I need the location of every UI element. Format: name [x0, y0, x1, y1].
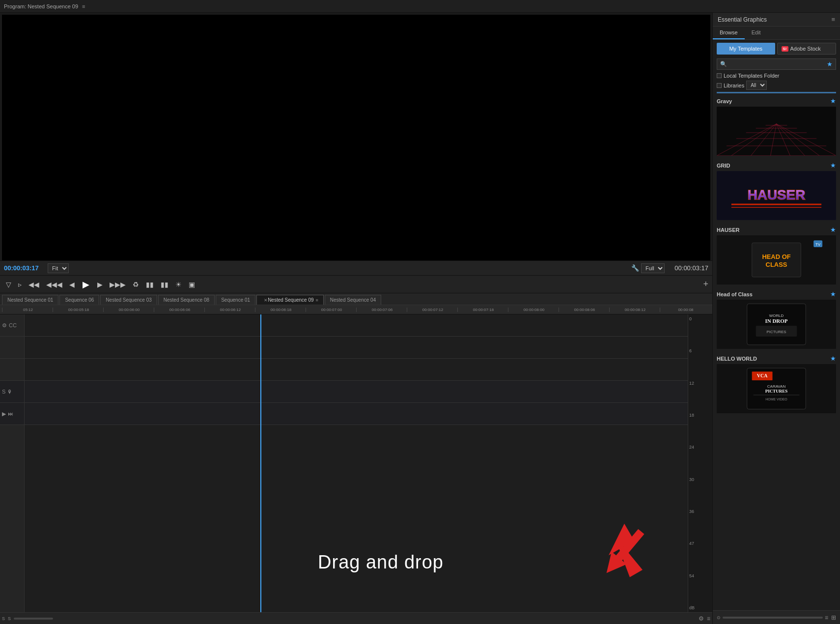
level-30: 30 [689, 477, 711, 482]
go-to-out-button[interactable]: ▶▶▶ [108, 280, 128, 289]
section-hauser-header: HAUSER ★ [717, 224, 836, 235]
ruler-tick: 00:00:08:06 [559, 308, 609, 312]
tab-edit[interactable]: Edit [745, 27, 768, 39]
search-icon: 🔍 [720, 61, 727, 67]
tab-ns01[interactable]: Nested Sequence 01 [2, 295, 58, 305]
svg-rect-29 [747, 304, 806, 345]
zoom-slider[interactable] [14, 618, 53, 620]
panel-zoom-slider[interactable] [723, 617, 823, 619]
panel-list-icon[interactable]: ≡ [825, 614, 828, 621]
local-templates-row: Local Templates Folder [717, 73, 836, 79]
panel-bottom: ⊙ ≡ ⊞ [713, 610, 840, 624]
add-button[interactable]: + [703, 279, 708, 289]
section-gravy-header: Gravy ★ [717, 95, 836, 107]
skip-icon[interactable]: ⏭ [8, 411, 13, 417]
tab-ns03[interactable]: Nested Sequence 03 [100, 295, 157, 305]
tab-seq01[interactable]: Sequence 01 [216, 295, 255, 305]
my-templates-button[interactable]: My Templates [717, 43, 775, 55]
section-hw-title: HELLO WORLD [717, 356, 757, 362]
hw-thumbnail-svg: VCA CARAVAN PICTURES HOME VIDEO [717, 364, 836, 413]
libraries-label: Libraries [724, 83, 744, 88]
play-button[interactable]: ▶ [80, 278, 92, 291]
settings-icon[interactable]: ⚙ [2, 322, 7, 329]
mic-icon[interactable]: 🎙 [7, 389, 12, 395]
audio-track-2 [25, 403, 712, 425]
wrench-icon[interactable]: 🔧 [631, 264, 639, 272]
tab-ns09[interactable]: ✕ Nested Sequence 09 ≡ [256, 295, 324, 305]
section-grid-star[interactable]: ★ [830, 162, 836, 169]
camera-button[interactable]: ☀ [173, 280, 184, 289]
center-area: 00:00:03:17 Fit 🔧 Full 00:00:03:17 ▽ ▹ ◀… [0, 13, 712, 624]
timeline-tabs: Nested Sequence 01 Sequence 06 Nested Se… [0, 293, 712, 305]
go-to-in-button[interactable]: ◀◀◀ [44, 280, 64, 289]
section-grid-title: GRID [717, 163, 730, 169]
search-star-icon[interactable]: ★ [827, 60, 833, 68]
thumb-hoc[interactable]: HEAD OF CLASS TV [717, 235, 836, 284]
fit-selector[interactable]: Fit [48, 263, 69, 273]
bottom-wrench-icon[interactable]: ≡ [707, 615, 710, 622]
tab-ns09-menu[interactable]: ≡ [316, 298, 318, 303]
next-frame-button[interactable]: ▶ [95, 280, 105, 289]
tab-ns04[interactable]: Nested Sequence 04 [325, 295, 381, 305]
level-24: 24 [689, 445, 711, 450]
hauser-thumbnail-svg: HAUSER HAUSER [717, 171, 836, 220]
ruler-tick: 00:00:07:18 [457, 308, 508, 312]
mark-in-button[interactable]: ▽ [4, 280, 13, 289]
track-content: Drag and drop [25, 314, 712, 612]
loop-button[interactable]: ♻ [131, 280, 141, 289]
level-meter: 0 6 12 18 24 30 36 47 54 dB [688, 314, 712, 612]
section-grid-header: GRID ★ [717, 160, 836, 171]
tab-ns09-close[interactable]: ✕ [264, 298, 268, 303]
s-label-left: S [2, 616, 5, 621]
prev-frame-button[interactable]: ◀ [67, 280, 77, 289]
timeline-area[interactable]: ⚙ CC S 🎙 ▶ ⏭ [0, 314, 712, 612]
timecode-right: 00:00:03:17 [667, 264, 708, 272]
track-ctrl-video2 [0, 337, 24, 359]
ruler-ticks: 05:12 00:00:05:18 00:00:06:00 00:00:06:0… [2, 308, 710, 312]
panel-grid-icon[interactable]: ⊞ [831, 614, 836, 621]
svg-text:TV: TV [815, 242, 821, 247]
tab-ns08[interactable]: Nested Sequence 08 [158, 295, 215, 305]
panel-bottom-icons: ≡ ⊞ [825, 614, 836, 621]
level-6: 6 [689, 348, 711, 353]
mark-out-button[interactable]: ▹ [16, 280, 24, 289]
bottom-settings-icon[interactable]: ⚙ [699, 615, 704, 622]
svg-text:CARAVAN: CARAVAN [767, 384, 786, 389]
tab-ns04-label: Nested Sequence 04 [330, 297, 376, 303]
timeline-ruler[interactable]: 05:12 00:00:05:18 00:00:06:00 00:00:06:0… [0, 305, 712, 314]
ruler-tick: 00:00:06:06 [154, 308, 204, 312]
thumb-hauser-outer[interactable]: HAUSER HAUSER [717, 171, 836, 220]
libraries-select[interactable]: All [746, 81, 767, 90]
step-back-button[interactable]: ◀◀ [27, 280, 41, 289]
insert-button[interactable]: ▮▮ [144, 280, 156, 289]
adobe-stock-button[interactable]: S! Adobe Stock [777, 43, 837, 55]
full-selector[interactable]: Full [641, 263, 665, 273]
local-templates-label: Local Templates Folder [724, 73, 780, 79]
cc-icon[interactable]: CC [9, 322, 17, 328]
thumb-hello[interactable]: WORLD IN DROP PICTURES [717, 300, 836, 349]
section-hoc-star[interactable]: ★ [830, 290, 836, 298]
tab-browse[interactable]: Browse [713, 27, 745, 39]
multi-button[interactable]: ▣ [187, 280, 197, 289]
search-input[interactable] [729, 61, 825, 67]
program-menu-icon[interactable]: ≡ [82, 3, 85, 9]
section-hw-star[interactable]: ★ [830, 355, 836, 362]
local-templates-checkbox[interactable] [717, 73, 722, 78]
section-hauser-star[interactable]: ★ [830, 226, 836, 233]
tab-seq06[interactable]: Sequence 06 [59, 295, 99, 305]
playhead[interactable] [260, 314, 261, 612]
template-list[interactable]: Gravy ★ [713, 95, 840, 610]
hoc-thumbnail-svg: HEAD OF CLASS TV [717, 235, 836, 284]
thumb-gravy[interactable] [717, 107, 836, 156]
gravy-thumbnail-svg [717, 107, 836, 156]
libraries-checkbox[interactable] [717, 83, 722, 88]
video-preview [2, 15, 710, 260]
tab-seq06-label: Sequence 06 [65, 297, 94, 303]
overwrite-button[interactable]: ▮▮ [159, 280, 170, 289]
track-controls: ⚙ CC S 🎙 ▶ ⏭ [0, 314, 25, 612]
section-gravy-star[interactable]: ★ [830, 97, 836, 105]
svg-text:HEAD OF: HEAD OF [762, 253, 790, 260]
thumb-hw[interactable]: VCA CARAVAN PICTURES HOME VIDEO [717, 364, 836, 413]
playback-icon[interactable]: ▶ [2, 411, 6, 417]
panel-menu-icon[interactable]: ≡ [831, 16, 835, 23]
